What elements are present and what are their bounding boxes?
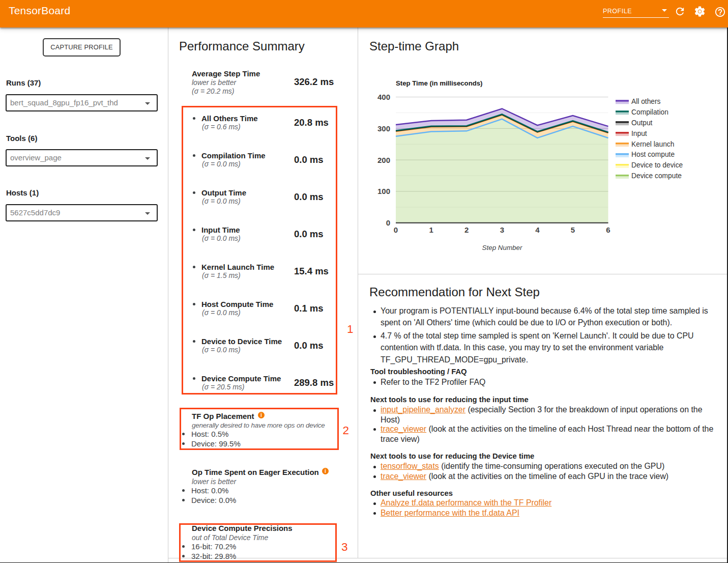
svg-text:Device to device: Device to device xyxy=(631,161,683,169)
svg-text:Step Number: Step Number xyxy=(482,244,522,251)
svg-text:Step Time (in milliseconds): Step Time (in milliseconds) xyxy=(396,79,483,87)
svg-text:All others: All others xyxy=(631,98,661,105)
svg-text:300: 300 xyxy=(377,124,390,133)
svg-text:Compilation: Compilation xyxy=(631,108,668,116)
svg-text:1: 1 xyxy=(429,226,433,234)
svg-text:6: 6 xyxy=(606,226,610,234)
svg-text:3: 3 xyxy=(500,226,504,234)
svg-text:400: 400 xyxy=(377,93,390,101)
svg-text:Output: Output xyxy=(631,119,653,127)
svg-text:Input: Input xyxy=(631,130,647,137)
svg-text:100: 100 xyxy=(377,187,390,195)
svg-text:Host compute: Host compute xyxy=(631,151,675,158)
svg-text:2: 2 xyxy=(464,226,469,234)
svg-text:Device compute: Device compute xyxy=(631,172,682,180)
svg-text:0: 0 xyxy=(394,226,398,234)
svg-text:200: 200 xyxy=(377,156,390,164)
svg-text:5: 5 xyxy=(571,226,575,234)
svg-text:Kernel launch: Kernel launch xyxy=(631,140,674,148)
svg-text:0: 0 xyxy=(386,218,390,227)
svg-text:4: 4 xyxy=(535,226,540,234)
